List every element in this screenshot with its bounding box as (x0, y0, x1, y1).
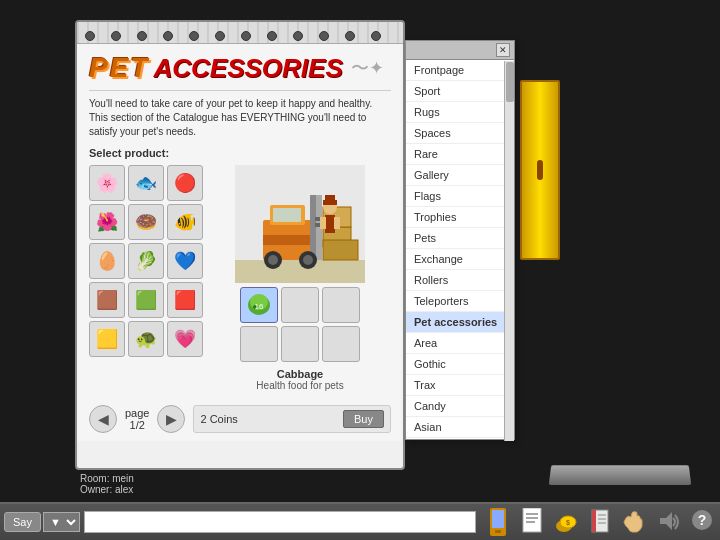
notebook-hole (267, 31, 277, 41)
product-cell-1[interactable]: 🐟 (128, 165, 164, 201)
product-area: 🌸 🐟 🔴 🌺 🍩 🐠 🥚 🥬 💙 🟫 🟩 🟥 🟨 🐢 💗 (89, 165, 391, 391)
svg-rect-19 (320, 217, 326, 229)
taskbar-icons: $ (484, 508, 716, 536)
svg-marker-42 (660, 512, 672, 530)
small-cell-5[interactable] (322, 326, 360, 362)
chat-input[interactable] (84, 511, 476, 533)
small-cell-1[interactable] (281, 287, 319, 323)
product-cell-11[interactable]: 🟥 (167, 282, 203, 318)
product-cell-14[interactable]: 💗 (167, 321, 203, 357)
product-cell-13[interactable]: 🐢 (128, 321, 164, 357)
product-cell-12[interactable]: 🟨 (89, 321, 125, 357)
prev-page-button[interactable]: ◀ (89, 405, 117, 433)
category-item-gothic[interactable]: Gothic (406, 354, 514, 375)
product-cell-0[interactable]: 🌸 (89, 165, 125, 201)
category-item-teleporters[interactable]: Teleporters (406, 291, 514, 312)
product-cell-3[interactable]: 🌺 (89, 204, 125, 240)
category-item-trophies[interactable]: Trophies (406, 207, 514, 228)
hand-icon[interactable] (620, 508, 648, 536)
book-icon[interactable] (586, 508, 614, 536)
notebook-hole (319, 31, 329, 41)
category-item-exchange[interactable]: Exchange (406, 249, 514, 270)
small-cell-0[interactable]: 16 (240, 287, 278, 323)
category-item-rugs[interactable]: Rugs (406, 102, 514, 123)
cabinet-handle (537, 160, 543, 180)
notebook-hole (293, 31, 303, 41)
category-item-candy[interactable]: Candy (406, 396, 514, 417)
product-cell-2[interactable]: 🔴 (167, 165, 203, 201)
speaker-icon[interactable] (654, 508, 682, 536)
room-name: Room: mein (80, 473, 134, 484)
product-cell-7[interactable]: 🥬 (128, 243, 164, 279)
svg-rect-38 (592, 510, 596, 532)
svg-rect-30 (523, 508, 541, 532)
svg-rect-28 (492, 510, 504, 528)
category-item-trax[interactable]: Trax (406, 375, 514, 396)
product-grid: 🌸 🐟 🔴 🌺 🍩 🐠 🥚 🥬 💙 🟫 🟩 🟥 🟨 🐢 💗 (89, 165, 203, 391)
buy-button[interactable]: Buy (343, 410, 384, 428)
category-item-flags[interactable]: Flags (406, 186, 514, 207)
small-cell-4[interactable] (281, 326, 319, 362)
pet-logo: PET ACCESSORIES 〜✦ (89, 52, 391, 84)
notebook-hole (345, 31, 355, 41)
product-cell-8[interactable]: 💙 (167, 243, 203, 279)
page-info: page 1/2 (125, 407, 149, 431)
pet-title: PET (89, 52, 149, 84)
wing-decoration: 〜✦ (351, 56, 384, 80)
svg-text:$: $ (566, 519, 570, 527)
product-cell-10[interactable]: 🟩 (128, 282, 164, 318)
category-item-area[interactable]: Area (406, 333, 514, 354)
category-item-rare[interactable]: Rare (406, 144, 514, 165)
catalogue-window: PET ACCESSORIES 〜✦ You'll need to take c… (75, 20, 405, 470)
svg-point-16 (303, 255, 313, 265)
category-item-pets[interactable]: Pets (406, 228, 514, 249)
svg-point-14 (268, 255, 278, 265)
category-scrollbar[interactable] (504, 61, 514, 441)
svg-rect-4 (323, 240, 358, 260)
small-cell-3[interactable] (240, 326, 278, 362)
taskbar: Say ▼ $ (0, 502, 720, 540)
category-item-rollers[interactable]: Rollers (406, 270, 514, 291)
say-button[interactable]: Say (4, 512, 41, 532)
product-cell-6[interactable]: 🥚 (89, 243, 125, 279)
phone-icon[interactable] (484, 508, 512, 536)
category-item-asian[interactable]: Asian (406, 417, 514, 438)
item-description: Health food for pets (256, 380, 343, 391)
document-icon[interactable] (518, 508, 546, 536)
notebook-hole (215, 31, 225, 41)
category-item-spaces[interactable]: Spaces (406, 123, 514, 144)
notebook-hole (189, 31, 199, 41)
select-label: Select product: (89, 147, 391, 159)
product-display: 16 Cabbage Health food for pets (209, 165, 391, 391)
category-item-sport[interactable]: Sport (406, 81, 514, 102)
category-close-button[interactable]: ✕ (496, 43, 510, 57)
small-cell-2[interactable] (322, 287, 360, 323)
product-cell-5[interactable]: 🐠 (167, 204, 203, 240)
svg-rect-6 (263, 235, 318, 245)
buy-area: 2 Coins Buy (193, 405, 391, 433)
svg-rect-7 (310, 195, 316, 260)
price-label: 2 Coins (200, 413, 237, 425)
notebook-hole (371, 31, 381, 41)
accessories-title: ACCESSORIES (153, 53, 342, 84)
help-icon[interactable]: ? (688, 508, 716, 536)
category-item-frontpage[interactable]: Frontpage (406, 60, 514, 81)
scrollbar-thumb[interactable] (506, 62, 514, 102)
product-cell-4[interactable]: 🍩 (128, 204, 164, 240)
product-cell-9[interactable]: 🟫 (89, 282, 125, 318)
room-info: Room: mein Owner: alex (80, 473, 134, 495)
coins-icon[interactable]: $ (552, 508, 580, 536)
svg-rect-22 (325, 195, 335, 202)
notebook-hole (241, 31, 251, 41)
say-dropdown[interactable]: ▼ (43, 512, 80, 532)
pagination: ◀ page 1/2 ▶ (89, 405, 185, 433)
room-owner: Owner: alex (80, 484, 134, 495)
category-item-gallery[interactable]: Gallery (406, 165, 514, 186)
category-item-pet-accessories[interactable]: Pet accessories (406, 312, 514, 333)
svg-rect-20 (334, 217, 340, 229)
category-panel: ✕ Frontpage Sport Rugs Spaces Rare Galle… (405, 40, 515, 440)
catalogue-description: You'll need to take care of your pet to … (89, 90, 391, 139)
svg-rect-29 (495, 530, 501, 533)
notebook-hole (137, 31, 147, 41)
next-page-button[interactable]: ▶ (157, 405, 185, 433)
